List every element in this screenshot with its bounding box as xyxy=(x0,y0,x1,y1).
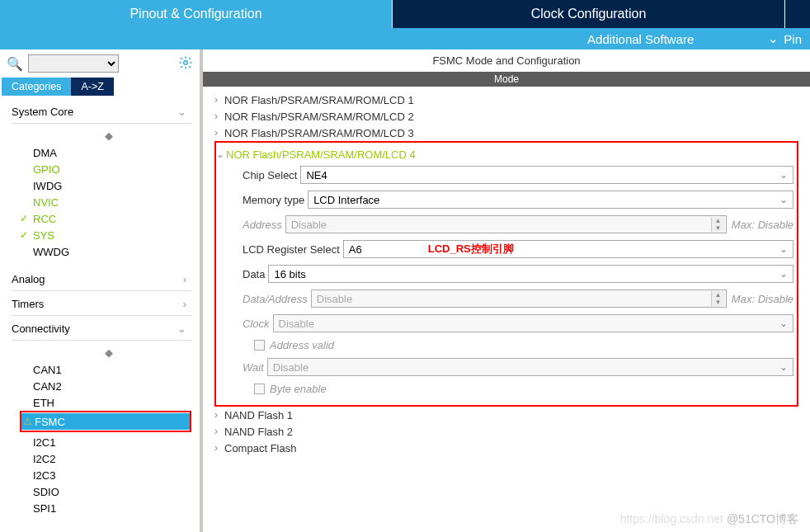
spinner-icon: ▲▼ xyxy=(711,291,724,306)
item-iwdg[interactable]: IWDG xyxy=(20,177,200,194)
lcd-reg-select-combo[interactable]: A6 LCD_RS控制引脚 ⌄ xyxy=(343,240,794,258)
chip-select-label: Chip Select xyxy=(243,169,297,181)
group-compact-flash[interactable]: ›Compact Flash xyxy=(214,440,805,456)
chevron-down-icon: ⌄ xyxy=(177,106,186,118)
chevron-right-icon: › xyxy=(183,298,186,310)
main-tabbar: Pinout & Configuration Clock Configurati… xyxy=(0,0,810,28)
data-address-label: Data/Address xyxy=(243,293,308,305)
item-i2c1[interactable]: I2C1 xyxy=(20,434,200,450)
address-spinner: Disable ▲▼ xyxy=(285,215,727,233)
group-nand2[interactable]: ›NAND Flash 2 xyxy=(214,423,805,440)
data-combo[interactable]: 16 bits⌄ xyxy=(268,265,794,283)
lcd4-highlight-box: ⌄NOR Flash/PSRAM/SRAM/ROM/LCD 4 Chip Sel… xyxy=(214,141,798,407)
chip-select-combo[interactable]: NE4⌄ xyxy=(300,166,794,184)
settings-icon[interactable] xyxy=(178,55,193,73)
svg-point-0 xyxy=(184,60,188,64)
sub-toolbar: Additional Software ⌄ Pin xyxy=(0,28,810,49)
section-timers[interactable]: Timers› xyxy=(12,291,191,316)
chevron-down-icon: ⌄ xyxy=(779,169,788,181)
wait-combo: Disable⌄ xyxy=(267,358,794,376)
lcd-reg-select-label: LCD Register Select xyxy=(243,243,340,256)
pinout-link[interactable]: Pin xyxy=(784,32,802,46)
byte-enable-checkbox: Byte enable xyxy=(216,379,794,398)
data-address-max: Max: Disable xyxy=(732,293,794,305)
chevron-right-icon: › xyxy=(214,111,224,122)
data-label: Data xyxy=(243,268,265,280)
search-input[interactable] xyxy=(28,54,119,73)
item-wwdg[interactable]: WWDG xyxy=(20,243,200,260)
address-max: Max: Disable xyxy=(732,219,794,231)
item-i2c2[interactable]: I2C2 xyxy=(20,450,200,467)
chevron-down-icon[interactable]: ⌄ xyxy=(768,31,779,46)
chevron-down-icon: ⌄ xyxy=(216,148,226,160)
checkbox-icon xyxy=(254,340,265,351)
tab-clock[interactable]: Clock Configuration xyxy=(393,0,785,28)
config-title: FSMC Mode and Configuration xyxy=(203,49,810,72)
item-rcc[interactable]: RCC xyxy=(20,210,200,227)
group-lcd1[interactable]: ›NOR Flash/PSRAM/SRAM/ROM/LCD 1 xyxy=(214,92,805,108)
item-sys[interactable]: SYS xyxy=(20,227,200,243)
collapse-dots-icon[interactable]: ◆ xyxy=(20,127,200,144)
address-label: Address xyxy=(243,219,282,231)
chevron-down-icon: ⌄ xyxy=(779,318,788,329)
checkbox-icon xyxy=(254,384,265,394)
group-lcd4[interactable]: ⌄NOR Flash/PSRAM/SRAM/ROM/LCD 4 xyxy=(216,146,794,162)
item-nvic[interactable]: NVIC xyxy=(20,194,200,210)
section-connectivity[interactable]: Connectivity⌄ xyxy=(12,316,191,341)
section-system-core[interactable]: System Core⌄ xyxy=(12,99,191,124)
clock-label: Clock xyxy=(243,318,270,330)
right-panel: FSMC Mode and Configuration Mode ›NOR Fl… xyxy=(203,49,810,532)
item-dma[interactable]: DMA xyxy=(20,144,200,161)
mode-header: Mode xyxy=(203,72,810,87)
group-lcd3[interactable]: ›NOR Flash/PSRAM/SRAM/ROM/LCD 3 xyxy=(214,125,805,141)
item-eth[interactable]: ETH xyxy=(20,394,200,411)
wait-label: Wait xyxy=(243,361,264,374)
collapse-dots-icon[interactable]: ◆ xyxy=(20,344,200,361)
item-can1[interactable]: CAN1 xyxy=(20,361,200,378)
chevron-down-icon: ⌄ xyxy=(779,361,788,373)
group-nand1[interactable]: ›NAND Flash 1 xyxy=(214,407,805,423)
memory-type-combo[interactable]: LCD Interface⌄ xyxy=(308,191,794,209)
tab-az[interactable]: A->Z xyxy=(71,78,113,96)
tab-extra[interactable] xyxy=(785,0,810,28)
item-spi1[interactable]: SPI1 xyxy=(20,500,200,516)
item-i2c3[interactable]: I2C3 xyxy=(20,467,200,483)
clock-combo: Disable⌄ xyxy=(273,314,794,332)
data-address-spinner: Disable ▲▼ xyxy=(311,290,727,308)
chevron-right-icon: › xyxy=(214,442,224,454)
section-analog[interactable]: Analog› xyxy=(12,266,191,291)
chevron-right-icon: › xyxy=(183,273,186,285)
address-valid-checkbox: Address valid xyxy=(216,336,794,355)
search-icon[interactable]: 🔍 xyxy=(7,56,23,72)
chevron-right-icon: › xyxy=(214,426,224,437)
chevron-down-icon: ⌄ xyxy=(177,322,186,335)
chevron-right-icon: › xyxy=(214,94,224,106)
chevron-down-icon: ⌄ xyxy=(779,194,788,205)
spinner-icon: ▲▼ xyxy=(711,217,724,232)
tab-pinout[interactable]: Pinout & Configuration xyxy=(0,0,393,28)
fsmc-highlight-box: FSMC xyxy=(20,411,191,432)
peripheral-tree: System Core⌄ ◆ DMA GPIO IWDG NVIC RCC SY… xyxy=(0,96,200,532)
group-lcd2[interactable]: ›NOR Flash/PSRAM/SRAM/ROM/LCD 2 xyxy=(214,108,805,125)
memory-type-label: Memory type xyxy=(243,194,304,206)
chevron-down-icon: ⌄ xyxy=(779,243,788,255)
item-sdio[interactable]: SDIO xyxy=(20,483,200,500)
lcd-rs-annotation: LCD_RS控制引脚 xyxy=(428,242,514,257)
left-panel: 🔍 Categories A->Z System Core⌄ ◆ DMA GPI… xyxy=(0,49,203,532)
tab-categories[interactable]: Categories xyxy=(2,78,71,96)
chevron-down-icon: ⌄ xyxy=(779,268,788,280)
additional-software-link[interactable]: Additional Software xyxy=(587,32,694,46)
item-fsmc[interactable]: FSMC xyxy=(21,413,190,430)
item-can2[interactable]: CAN2 xyxy=(20,378,200,394)
chevron-right-icon: › xyxy=(214,409,224,421)
chevron-right-icon: › xyxy=(214,127,224,139)
item-gpio[interactable]: GPIO xyxy=(20,161,200,177)
